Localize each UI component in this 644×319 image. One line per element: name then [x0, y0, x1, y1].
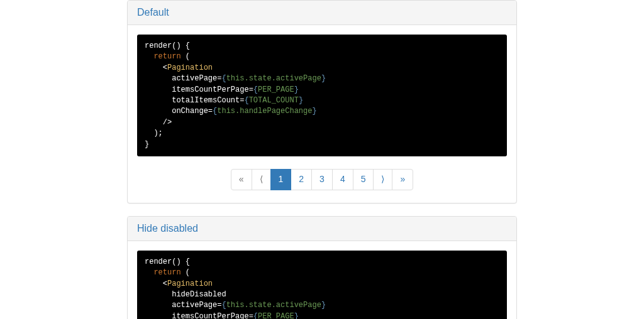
- panel-default: Default render() { return ( <Pagination …: [127, 0, 517, 203]
- panel-body-hide-disabled: render() { return ( <Pagination hideDisa…: [128, 241, 516, 319]
- page-3[interactable]: 3: [311, 169, 333, 190]
- code-block-default: render() { return ( <Pagination activePa…: [137, 35, 507, 156]
- main-container: Default render() { return ( <Pagination …: [127, 0, 517, 319]
- panel-heading-hide-disabled: Hide disabled: [128, 217, 516, 241]
- page-5[interactable]: 5: [353, 169, 374, 190]
- code-block-hide-disabled: render() { return ( <Pagination hideDisa…: [137, 251, 507, 319]
- panel-heading-default: Default: [128, 1, 516, 25]
- page-next[interactable]: ⟩: [373, 169, 392, 190]
- panel-hide-disabled: Hide disabled render() { return ( <Pagin…: [127, 216, 517, 319]
- page-4[interactable]: 4: [332, 169, 353, 190]
- pagination-default: « ⟨ 1 2 3 4 5 ⟩ »: [137, 169, 507, 190]
- page-1[interactable]: 1: [270, 169, 292, 190]
- page-last[interactable]: »: [392, 169, 413, 190]
- page-prev[interactable]: ⟨: [252, 169, 271, 190]
- panel-body-default: render() { return ( <Pagination activePa…: [128, 25, 516, 203]
- page-first[interactable]: «: [231, 169, 252, 190]
- page-2[interactable]: 2: [291, 169, 312, 190]
